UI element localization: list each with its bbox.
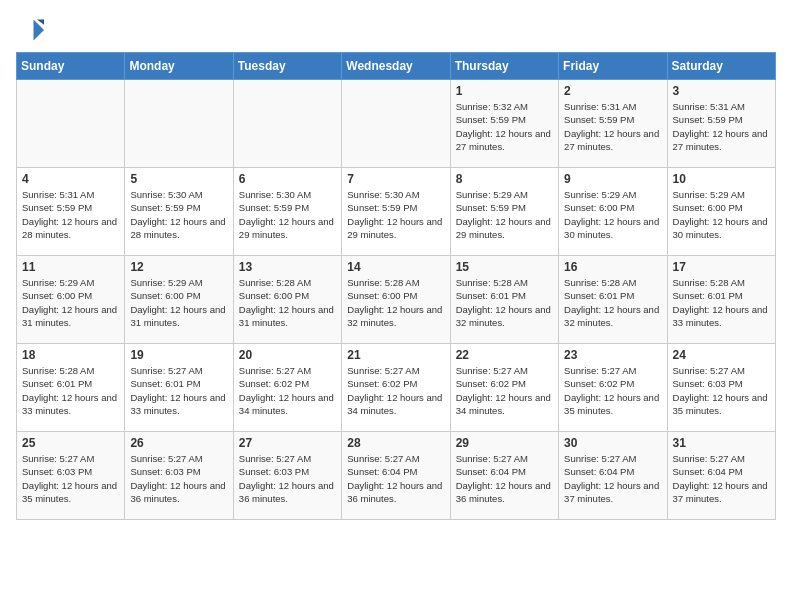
day-info: Sunrise: 5:27 AMSunset: 6:04 PMDaylight:… [456,452,553,505]
day-info: Sunrise: 5:32 AMSunset: 5:59 PMDaylight:… [456,100,553,153]
week-row-3: 11Sunrise: 5:29 AMSunset: 6:00 PMDayligh… [17,256,776,344]
day-info: Sunrise: 5:31 AMSunset: 5:59 PMDaylight:… [673,100,770,153]
day-info: Sunrise: 5:27 AMSunset: 6:02 PMDaylight:… [456,364,553,417]
day-number: 4 [22,172,119,186]
header [16,16,776,44]
day-number: 30 [564,436,661,450]
day-cell: 10Sunrise: 5:29 AMSunset: 6:00 PMDayligh… [667,168,775,256]
calendar-body: 1Sunrise: 5:32 AMSunset: 5:59 PMDaylight… [17,80,776,520]
day-cell: 1Sunrise: 5:32 AMSunset: 5:59 PMDaylight… [450,80,558,168]
week-row-4: 18Sunrise: 5:28 AMSunset: 6:01 PMDayligh… [17,344,776,432]
day-cell: 12Sunrise: 5:29 AMSunset: 6:00 PMDayligh… [125,256,233,344]
day-cell: 26Sunrise: 5:27 AMSunset: 6:03 PMDayligh… [125,432,233,520]
day-number: 16 [564,260,661,274]
day-number: 29 [456,436,553,450]
day-cell: 16Sunrise: 5:28 AMSunset: 6:01 PMDayligh… [559,256,667,344]
day-number: 3 [673,84,770,98]
day-number: 8 [456,172,553,186]
day-number: 23 [564,348,661,362]
day-number: 22 [456,348,553,362]
day-info: Sunrise: 5:27 AMSunset: 6:03 PMDaylight:… [130,452,227,505]
day-info: Sunrise: 5:28 AMSunset: 6:01 PMDaylight:… [673,276,770,329]
header-day-saturday: Saturday [667,53,775,80]
svg-marker-1 [37,20,44,25]
day-cell: 21Sunrise: 5:27 AMSunset: 6:02 PMDayligh… [342,344,450,432]
day-number: 21 [347,348,444,362]
day-number: 11 [22,260,119,274]
day-cell: 3Sunrise: 5:31 AMSunset: 5:59 PMDaylight… [667,80,775,168]
day-number: 5 [130,172,227,186]
logo-icon [16,16,44,44]
day-info: Sunrise: 5:27 AMSunset: 6:03 PMDaylight:… [673,364,770,417]
day-cell: 28Sunrise: 5:27 AMSunset: 6:04 PMDayligh… [342,432,450,520]
day-cell [342,80,450,168]
day-info: Sunrise: 5:27 AMSunset: 6:02 PMDaylight:… [347,364,444,417]
day-info: Sunrise: 5:27 AMSunset: 6:02 PMDaylight:… [564,364,661,417]
day-number: 20 [239,348,336,362]
day-number: 18 [22,348,119,362]
day-number: 24 [673,348,770,362]
header-day-tuesday: Tuesday [233,53,341,80]
day-info: Sunrise: 5:27 AMSunset: 6:04 PMDaylight:… [564,452,661,505]
week-row-5: 25Sunrise: 5:27 AMSunset: 6:03 PMDayligh… [17,432,776,520]
day-info: Sunrise: 5:31 AMSunset: 5:59 PMDaylight:… [564,100,661,153]
day-cell: 14Sunrise: 5:28 AMSunset: 6:00 PMDayligh… [342,256,450,344]
day-number: 1 [456,84,553,98]
day-number: 17 [673,260,770,274]
day-info: Sunrise: 5:27 AMSunset: 6:04 PMDaylight:… [347,452,444,505]
day-info: Sunrise: 5:27 AMSunset: 6:04 PMDaylight:… [673,452,770,505]
day-cell: 29Sunrise: 5:27 AMSunset: 6:04 PMDayligh… [450,432,558,520]
day-info: Sunrise: 5:28 AMSunset: 6:01 PMDaylight:… [22,364,119,417]
day-cell: 11Sunrise: 5:29 AMSunset: 6:00 PMDayligh… [17,256,125,344]
day-cell: 25Sunrise: 5:27 AMSunset: 6:03 PMDayligh… [17,432,125,520]
day-cell: 6Sunrise: 5:30 AMSunset: 5:59 PMDaylight… [233,168,341,256]
day-number: 9 [564,172,661,186]
logo [16,16,48,44]
day-number: 31 [673,436,770,450]
calendar-table: SundayMondayTuesdayWednesdayThursdayFrid… [16,52,776,520]
day-cell: 22Sunrise: 5:27 AMSunset: 6:02 PMDayligh… [450,344,558,432]
day-info: Sunrise: 5:29 AMSunset: 6:00 PMDaylight:… [130,276,227,329]
calendar-header: SundayMondayTuesdayWednesdayThursdayFrid… [17,53,776,80]
day-cell: 23Sunrise: 5:27 AMSunset: 6:02 PMDayligh… [559,344,667,432]
day-info: Sunrise: 5:27 AMSunset: 6:03 PMDaylight:… [239,452,336,505]
day-info: Sunrise: 5:29 AMSunset: 6:00 PMDaylight:… [564,188,661,241]
day-cell: 7Sunrise: 5:30 AMSunset: 5:59 PMDaylight… [342,168,450,256]
day-number: 15 [456,260,553,274]
day-number: 14 [347,260,444,274]
day-info: Sunrise: 5:27 AMSunset: 6:01 PMDaylight:… [130,364,227,417]
day-info: Sunrise: 5:30 AMSunset: 5:59 PMDaylight:… [239,188,336,241]
day-info: Sunrise: 5:29 AMSunset: 6:00 PMDaylight:… [22,276,119,329]
day-cell: 27Sunrise: 5:27 AMSunset: 6:03 PMDayligh… [233,432,341,520]
day-info: Sunrise: 5:28 AMSunset: 6:00 PMDaylight:… [239,276,336,329]
day-number: 13 [239,260,336,274]
day-info: Sunrise: 5:28 AMSunset: 6:01 PMDaylight:… [456,276,553,329]
day-number: 27 [239,436,336,450]
day-cell: 31Sunrise: 5:27 AMSunset: 6:04 PMDayligh… [667,432,775,520]
day-number: 25 [22,436,119,450]
day-info: Sunrise: 5:28 AMSunset: 6:01 PMDaylight:… [564,276,661,329]
day-number: 7 [347,172,444,186]
day-cell: 8Sunrise: 5:29 AMSunset: 5:59 PMDaylight… [450,168,558,256]
day-number: 12 [130,260,227,274]
header-day-sunday: Sunday [17,53,125,80]
header-day-monday: Monday [125,53,233,80]
day-cell: 19Sunrise: 5:27 AMSunset: 6:01 PMDayligh… [125,344,233,432]
day-number: 10 [673,172,770,186]
day-info: Sunrise: 5:30 AMSunset: 5:59 PMDaylight:… [130,188,227,241]
day-info: Sunrise: 5:28 AMSunset: 6:00 PMDaylight:… [347,276,444,329]
week-row-2: 4Sunrise: 5:31 AMSunset: 5:59 PMDaylight… [17,168,776,256]
day-info: Sunrise: 5:30 AMSunset: 5:59 PMDaylight:… [347,188,444,241]
day-cell: 5Sunrise: 5:30 AMSunset: 5:59 PMDaylight… [125,168,233,256]
day-cell: 17Sunrise: 5:28 AMSunset: 6:01 PMDayligh… [667,256,775,344]
day-cell: 30Sunrise: 5:27 AMSunset: 6:04 PMDayligh… [559,432,667,520]
day-cell: 9Sunrise: 5:29 AMSunset: 6:00 PMDaylight… [559,168,667,256]
day-info: Sunrise: 5:31 AMSunset: 5:59 PMDaylight:… [22,188,119,241]
header-day-thursday: Thursday [450,53,558,80]
day-cell: 24Sunrise: 5:27 AMSunset: 6:03 PMDayligh… [667,344,775,432]
day-number: 26 [130,436,227,450]
day-cell [233,80,341,168]
day-cell [17,80,125,168]
header-row: SundayMondayTuesdayWednesdayThursdayFrid… [17,53,776,80]
day-info: Sunrise: 5:29 AMSunset: 6:00 PMDaylight:… [673,188,770,241]
